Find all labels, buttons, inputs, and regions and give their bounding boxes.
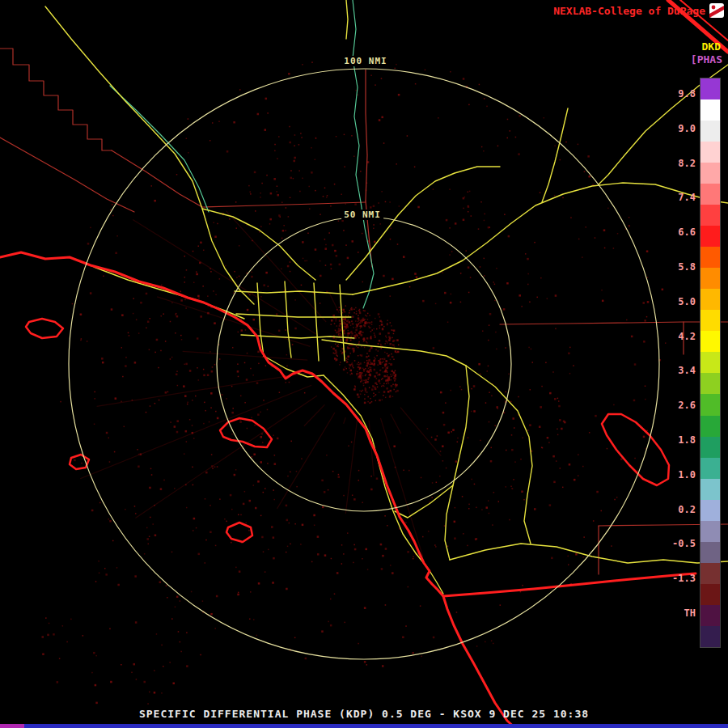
radar-echo-pixel [222,394,223,396]
radar-echo-pixel [257,351,260,353]
radar-echo-pixel [405,625,407,627]
radar-echo-pixel [460,273,462,274]
radar-echo-pixel [489,392,490,393]
radar-echo-pixel [260,193,261,194]
radar-echo-pixel [389,337,392,340]
radar-echo-pixel [366,374,367,375]
colorbar-band [700,268,720,289]
radar-echo-pixel [286,519,289,522]
radar-echo-pixel [210,505,211,506]
radar-echo-pixel [468,104,470,106]
radar-echo-pixel [463,219,465,222]
colorbar-tick-label: 1.8 [662,434,696,446]
radar-echo-pixel [131,672,133,674]
radar-echo-pixel [379,340,381,342]
radar-echo-pixel [433,188,434,190]
range-ring [217,217,511,511]
radar-echo-pixel [351,320,353,322]
radar-echo-pixel [384,352,386,353]
radar-echo-pixel [219,498,221,500]
radar-echo-pixel [468,266,470,269]
radar-echo-pixel [116,235,118,237]
radar-echo-pixel [336,136,337,138]
radar-echo-pixel [364,362,366,363]
colorbar-band [700,542,720,563]
radar-echo-pixel [587,155,590,158]
radar-echo-pixel [484,214,485,215]
radar-echo-pixel [389,396,392,398]
radar-echo-pixel [286,366,288,367]
radar-echo-pixel [263,492,265,493]
radar-echo-pixel [189,419,191,421]
radar-echo-pixel [367,319,369,320]
radar-echo-pixel [340,323,342,325]
radar-echo-pixel [244,491,246,493]
radar-echo-pixel [595,415,597,417]
radar-echo-pixel [185,363,188,366]
radar-echo-pixel [328,621,329,623]
radar-echo-pixel [463,197,465,200]
radar-echo-pixel [265,571,266,573]
radar-echo-pixel [290,271,291,273]
colorbar-band [700,142,720,163]
radar-echo-pixel [349,364,350,366]
radar-echo-pixel [359,362,362,365]
radar-echo-pixel [365,375,366,377]
radar-echo-pixel [184,395,187,397]
radar-echo-pixel [395,384,396,386]
radar-echo-pixel [140,453,142,455]
radar-echo-pixel [294,157,296,159]
radar-echo-pixel [178,631,180,633]
radar-echo-pixel [407,551,409,553]
radar-echo-pixel [344,134,345,136]
radar-echo-pixel [109,629,111,630]
radar-echo-pixel [175,332,176,334]
radar-echo-pixel [363,320,365,321]
radar-echo-pixel [390,359,392,361]
radar-echo-pixel [494,284,496,286]
radar-echo-pixel [366,353,368,354]
radar-echo-pixel [371,401,373,403]
radar-echo-pixel [192,432,194,434]
radar-echo-pixel [352,366,353,367]
radar-echo-pixel [396,339,399,341]
radar-echo-pixel [193,518,196,520]
radar-echo-pixel [345,358,347,359]
radar-echo-pixel [112,204,113,205]
radar-echo-pixel [449,254,451,256]
radar-echo-pixel [152,523,154,525]
radar-echo-pixel [529,424,531,426]
radar-echo-pixel [262,357,264,358]
radar-echo-pixel [353,155,355,157]
radar-echo-pixel [370,476,372,477]
radar-echo-pixel [302,178,303,180]
radar-echo-pixel [336,345,338,347]
radar-echo-pixel [552,371,554,373]
radar-echo-pixel [116,567,118,569]
radar-echo-pixel [495,332,497,333]
clutter-spoke [277,413,335,509]
radar-echo-pixel [356,375,358,376]
radar-echo-pixel [485,641,486,643]
radar-echo-pixel [461,389,463,391]
radar-echo-pixel [348,332,350,335]
radar-echo-pixel [384,370,387,373]
radar-echo-pixel [507,138,509,139]
radar-echo-pixel [626,320,628,321]
radar-echo-pixel [471,411,472,413]
radar-echo-pixel [358,324,359,325]
radar-echo-pixel [508,235,510,238]
radar-echo-pixel [170,321,171,323]
radar-echo-pixel [368,368,370,370]
radar-echo-pixel [226,150,229,153]
range-ring-label: 100 NMI [341,56,389,66]
radar-echo-pixel [383,385,384,387]
radar-echo-pixel [128,332,129,334]
radar-echo-pixel [315,138,317,139]
radar-echo-pixel [518,396,519,398]
radar-echo-pixel [165,341,167,342]
radar-echo-pixel [175,314,176,315]
radar-echo-pixel [367,569,369,570]
radar-echo-pixel [394,380,396,382]
radar-echo-pixel [367,401,369,403]
